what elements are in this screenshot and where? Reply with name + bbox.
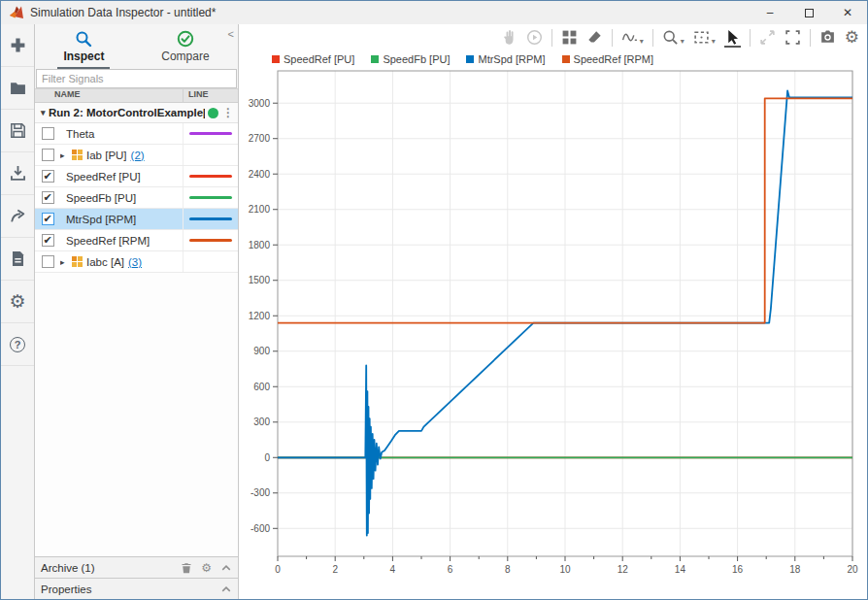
tab-compare-label: Compare	[161, 50, 209, 63]
line-style-cell[interactable]	[183, 123, 238, 144]
fullscreen-button[interactable]	[785, 29, 801, 48]
plus-icon	[10, 37, 26, 53]
checkbox-cell: ✔	[35, 213, 60, 225]
signal-name: MtrSpd [RPM]	[66, 214, 136, 225]
camera-icon	[819, 29, 836, 46]
signal-table: NAME LINE ▾ Run 2: MotorControlExample[C…	[35, 88, 238, 556]
help-button[interactable]: ?	[1, 323, 34, 366]
chevron-up-icon[interactable]	[220, 583, 232, 595]
svg-text:4: 4	[390, 564, 396, 575]
zoom-button[interactable]: ▾	[662, 29, 684, 48]
hand-icon	[501, 29, 517, 46]
export-button[interactable]	[1, 195, 34, 238]
signal-count-link[interactable]: (3)	[128, 256, 142, 268]
toolbar-separator	[750, 29, 751, 47]
line-style-cell[interactable]	[183, 145, 238, 165]
gear-icon[interactable]: ⚙	[201, 561, 212, 575]
preferences-button[interactable]: ⚙	[1, 281, 34, 323]
line-style-cell[interactable]	[183, 230, 238, 250]
signal-row-mtrspd-rpm[interactable]: ✔MtrSpd [RPM]	[35, 209, 238, 230]
save-button[interactable]	[1, 110, 34, 152]
signal-row-iab-pu[interactable]: ▸Iab [PU](2)	[35, 145, 238, 166]
signal-name-cell: ▸Iab [PU](2)	[60, 150, 183, 161]
hand-button	[501, 29, 517, 48]
tab-inspect[interactable]: Inspect	[57, 30, 110, 70]
layout-grid-button[interactable]	[561, 29, 578, 48]
chevron-down-icon[interactable]: ▾	[640, 37, 644, 46]
expand-arrows-button	[759, 29, 776, 48]
import-button[interactable]	[1, 152, 34, 195]
check-circle-icon	[177, 30, 194, 48]
report-button[interactable]	[1, 238, 34, 281]
signal-checkbox[interactable]	[42, 255, 54, 268]
signal-name-cell: SpeedRef [PU]	[60, 171, 183, 183]
tab-compare[interactable]: Compare	[155, 30, 215, 67]
svg-text:0: 0	[264, 452, 270, 463]
svg-text:0: 0	[275, 564, 281, 575]
eraser-button[interactable]	[586, 29, 603, 48]
camera-button[interactable]	[819, 29, 836, 48]
collapse-panel-icon[interactable]: <	[228, 28, 234, 40]
close-button[interactable]: ✕	[828, 1, 867, 24]
svg-text:2700: 2700	[249, 133, 271, 144]
signal-name-cell: ▸Iabc [A](3)	[60, 256, 183, 268]
fit-view-button[interactable]: ▾	[693, 29, 716, 48]
signal-row-speedref-rpm[interactable]: ✔SpeedRef [RPM]	[35, 230, 238, 251]
chart-plot[interactable]: -600-30003006009001200150018002100240027…	[239, 50, 868, 578]
run-menu-icon[interactable]: ⋮	[221, 106, 238, 119]
signal-name-cell: Theta	[60, 128, 183, 140]
minimize-button[interactable]: –	[751, 1, 789, 24]
filter-signals-input[interactable]	[36, 69, 237, 88]
maximize-button[interactable]	[789, 1, 828, 24]
signal-name-cell: MtrSpd [RPM]	[60, 214, 183, 225]
signal-checkbox[interactable]: ✔	[42, 191, 54, 204]
signal-group-icon	[72, 150, 83, 160]
open-button[interactable]	[1, 67, 34, 110]
add-button[interactable]	[1, 24, 34, 67]
line-swatch	[189, 196, 232, 199]
column-header-name: NAME	[35, 89, 183, 102]
archive-bar[interactable]: Archive (1) ⚙	[35, 556, 238, 578]
checkbox-cell: ✔	[35, 234, 60, 247]
cursor-button[interactable]	[724, 29, 741, 48]
line-style-cell[interactable]	[183, 187, 238, 208]
properties-bar[interactable]: Properties	[35, 578, 238, 599]
trash-icon[interactable]	[181, 562, 192, 574]
chevron-down-icon[interactable]: ▾	[712, 37, 716, 46]
signal-row-iabc-a[interactable]: ▸Iabc [A](3)	[35, 251, 238, 273]
svg-text:900: 900	[253, 346, 270, 356]
signal-checkbox[interactable]	[42, 127, 54, 140]
signal-count-link[interactable]: (2)	[131, 150, 145, 161]
title-bar: Simulation Data Inspector - untitled* – …	[1, 1, 867, 24]
signal-wave-button[interactable]: ▾	[621, 29, 644, 48]
line-style-cell[interactable]	[183, 251, 238, 272]
signal-row-theta[interactable]: Theta	[35, 123, 238, 145]
signal-checkbox[interactable]: ✔	[42, 213, 54, 225]
chevron-down-icon[interactable]: ▾	[681, 37, 684, 46]
maximize-icon	[805, 9, 814, 17]
signal-name: SpeedRef [PU]	[66, 171, 141, 183]
expand-icon[interactable]: ▸	[60, 150, 68, 160]
checkbox-cell: ✔	[35, 191, 60, 204]
line-style-cell[interactable]	[183, 209, 238, 229]
line-style-cell[interactable]	[183, 166, 238, 186]
gear-button[interactable]: ⚙	[845, 29, 859, 48]
gear-icon: ⚙	[845, 29, 859, 46]
signal-checkbox[interactable]: ✔	[42, 170, 54, 183]
toolbar-separator	[612, 29, 613, 47]
run-expander-icon[interactable]: ▾	[41, 108, 49, 117]
signal-name: Iab [PU]	[86, 150, 127, 161]
signal-checkbox[interactable]: ✔	[42, 234, 54, 247]
table-header: NAME LINE	[35, 89, 238, 103]
run-header-row[interactable]: ▾ Run 2: MotorControlExample[Current ⋮	[35, 103, 238, 123]
signal-checkbox[interactable]	[42, 149, 54, 161]
column-header-line: LINE	[183, 89, 238, 102]
save-icon	[10, 122, 26, 139]
signal-row-speedfb-pu[interactable]: ✔SpeedFb [PU]	[35, 187, 238, 209]
window-controls: – ✕	[751, 1, 867, 24]
signal-row-speedref-pu[interactable]: ✔SpeedRef [PU]	[35, 166, 238, 187]
toolbar-separator	[810, 29, 811, 47]
chevron-up-icon[interactable]	[220, 562, 232, 574]
window-title: Simulation Data Inspector - untitled*	[30, 6, 751, 19]
expand-icon[interactable]: ▸	[60, 257, 68, 267]
